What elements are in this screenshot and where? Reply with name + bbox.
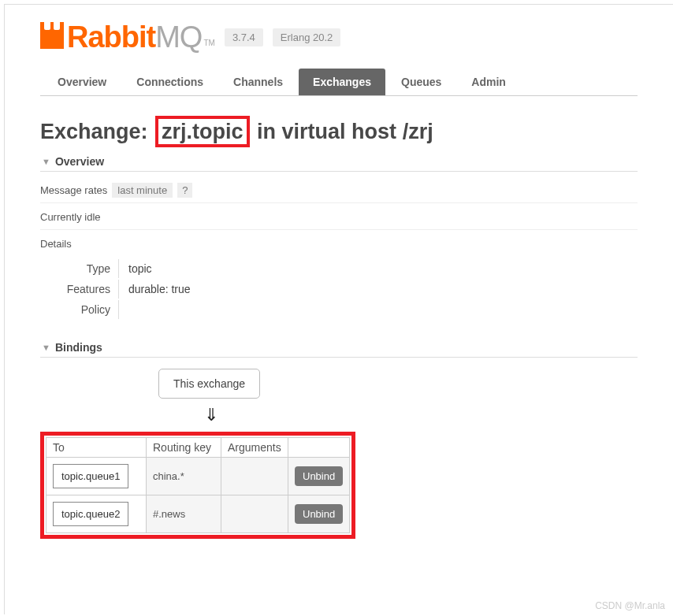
rabbitmq-icon (40, 22, 64, 49)
table-header-row: To Routing key Arguments (46, 438, 350, 458)
detail-val-features: durable: true (121, 280, 199, 299)
message-rates-row: Message rates last minute ? (40, 183, 638, 203)
logo-text-rabbit: Rabbit (67, 20, 155, 54)
details-table: Type topic Features durable: true Policy (54, 258, 200, 321)
col-actions (288, 438, 350, 458)
chevron-down-icon: ▼ (42, 343, 50, 352)
detail-key-policy: Policy (56, 300, 119, 319)
arguments-cell (221, 495, 288, 533)
header: Rabbit MQ TM 3.7.4 Erlang 20.2 (40, 20, 638, 54)
detail-key-type: Type (56, 259, 119, 278)
watermark: CSDN @Mr.anla (595, 600, 665, 611)
routing-key-cell: #.news (147, 495, 221, 533)
tab-connections[interactable]: Connections (122, 69, 218, 95)
routing-key-cell: china.* (147, 458, 221, 495)
queue-link[interactable]: topic.queue2 (53, 502, 128, 526)
page-title: Exchange: zrj.topic in virtual host /zrj (40, 116, 638, 147)
version-badge-erlang: Erlang 20.2 (273, 28, 341, 46)
help-icon[interactable]: ? (177, 183, 192, 198)
down-arrow-icon: ⇓ (204, 405, 218, 425)
vhost-name: /zrj (403, 120, 433, 143)
arguments-cell (221, 458, 288, 495)
tab-queues[interactable]: Queues (387, 69, 455, 95)
unbind-button[interactable]: Unbind (295, 504, 343, 524)
section-header-bindings[interactable]: ▼ Bindings (40, 338, 638, 358)
col-routing-key: Routing key (147, 438, 221, 458)
section-label-bindings: Bindings (55, 341, 102, 354)
tab-channels[interactable]: Channels (219, 69, 297, 95)
bindings-table-highlight: To Routing key Arguments topic.queue1 ch… (40, 432, 355, 539)
logo-text-mq: MQ (155, 20, 202, 54)
section-label-overview: Overview (55, 155, 104, 168)
rates-label: Message rates (40, 184, 107, 196)
chevron-down-icon: ▼ (42, 157, 50, 166)
table-row: topic.queue2 #.news Unbind (46, 495, 350, 533)
title-mid: in virtual host (257, 120, 396, 143)
queue-link[interactable]: topic.queue1 (53, 464, 128, 488)
idle-status: Currently idle (40, 211, 638, 230)
section-header-overview[interactable]: ▼ Overview (40, 152, 638, 172)
title-prefix: Exchange: (40, 120, 148, 143)
detail-val-policy (121, 300, 199, 319)
bindings-diagram: This exchange ⇓ To Routing key Arguments… (40, 369, 638, 539)
table-row: topic.queue1 china.* Unbind (46, 458, 350, 495)
tab-admin[interactable]: Admin (457, 69, 520, 95)
col-to: To (46, 438, 147, 458)
tab-overview[interactable]: Overview (43, 69, 121, 95)
tab-exchanges[interactable]: Exchanges (299, 69, 385, 95)
logo: Rabbit MQ TM (40, 20, 215, 54)
rates-range-selector[interactable]: last minute (112, 183, 173, 198)
logo-tm: TM (203, 39, 214, 47)
detail-val-type: topic (121, 259, 199, 278)
version-badge-rabbitmq: 3.7.4 (225, 28, 263, 46)
unbind-button[interactable]: Unbind (295, 466, 343, 486)
exchange-name-highlight: zrj.topic (155, 116, 250, 147)
bindings-table: To Routing key Arguments topic.queue1 ch… (46, 437, 350, 533)
nav-tabs: Overview Connections Channels Exchanges … (40, 69, 638, 96)
detail-key-features: Features (56, 280, 119, 299)
details-label: Details (40, 238, 638, 250)
this-exchange-box: This exchange (158, 369, 260, 399)
col-arguments: Arguments (221, 438, 288, 458)
